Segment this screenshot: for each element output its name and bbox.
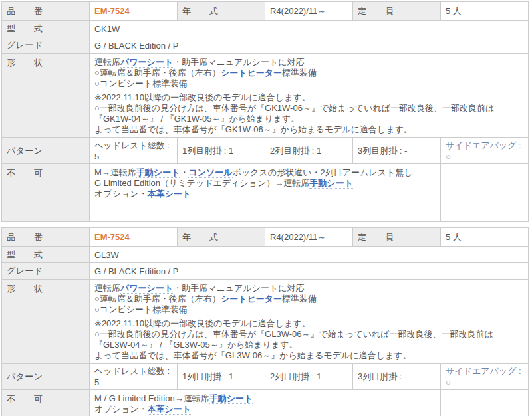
pattern-armrest-row1: 1列目肘掛 : 1 <box>178 364 265 390</box>
part-number-text: EM-7524 <box>94 232 130 242</box>
pattern-armrest-row1: 1列目肘掛 : 1 <box>178 138 265 164</box>
label-year: 年 式 <box>178 228 265 247</box>
pattern-armrest-row3: 3列目肘掛 : - <box>353 138 441 164</box>
text-line: 運転席パワーシート・助手席マニュアルシートに対応 <box>94 57 523 68</box>
not-applicable-empty-cell <box>441 164 529 222</box>
term-link[interactable]: 本革シート <box>148 404 192 415</box>
text-line: ○運転席＆助手席・後席（左右）シートヒーター標準装備 <box>94 68 523 78</box>
row-header: 品 番 EM-7524 年 式 R4(2022)/11～ 定 員 5 人 <box>2 228 529 247</box>
term-link[interactable]: パワーシート <box>120 57 173 68</box>
label-grade-text: グレード <box>7 265 43 277</box>
side-airbag-link[interactable]: サイドエアバッグ : ○ <box>446 140 521 161</box>
text-line: ○コンビシート標準装備 <box>94 304 523 315</box>
term-link[interactable]: コンソール <box>188 167 232 178</box>
row-pattern: パターン ヘッドレスト総数 : 5 1列目肘掛 : 1 2列目肘掛 : 1 3列… <box>2 364 529 390</box>
label-grade-text: グレード <box>7 39 43 51</box>
text-line: ※2022.11.10以降の一部改良後のモデルに適合します。 <box>94 92 523 103</box>
label-part-number: 品 番 <box>2 228 90 247</box>
term-link[interactable]: シートヒーター <box>221 68 282 78</box>
row-not-applicable: 不 可 M→運転席手動シート・コンソールボックスの形状違い・2列目アームレスト無… <box>2 164 529 222</box>
label-shape-text: 形 状 <box>7 283 43 295</box>
term-link[interactable]: 手動シート <box>209 393 253 404</box>
label-grade: グレード <box>2 263 90 280</box>
term-link[interactable]: 手動シート <box>309 178 353 189</box>
label-not-applicable-text: 不 可 <box>7 167 43 179</box>
text-line: ○コンビシート標準装備 <box>94 78 523 89</box>
text-line: M / G Limited Edition→運転席手動シート <box>94 393 436 404</box>
label-capacity-text: 定 員 <box>358 231 394 243</box>
not-applicable-empty-cell <box>441 390 529 416</box>
text-line: オプション・本革シート <box>94 189 436 199</box>
value-grade: G / BLACK Edition / P <box>90 37 529 54</box>
label-not-applicable-text: 不 可 <box>7 393 43 405</box>
label-part-number-text: 品 番 <box>7 231 43 243</box>
term-link[interactable]: 本革シート <box>148 189 192 199</box>
row-pattern: パターン ヘッドレスト総数 : 5 1列目肘掛 : 1 2列目肘掛 : 1 3列… <box>2 138 529 164</box>
text-line: ※2022.11.10以降の一部改良後のモデルに適合します。 <box>94 318 523 329</box>
label-pattern: パターン <box>2 138 90 164</box>
label-capacity: 定 員 <box>353 2 441 21</box>
pattern-side-airbag: サイドエアバッグ : ○ <box>441 138 529 164</box>
value-capacity: 5 人 <box>441 228 529 247</box>
value-model: GK1W <box>90 21 529 37</box>
text-line: M→運転席手動シート・コンソールボックスの形状違い・2列目アームレスト無し <box>94 167 436 178</box>
value-part-number: EM-7524 <box>90 2 178 21</box>
label-part-number: 品 番 <box>2 2 90 21</box>
text-line: ○運転席＆助手席・後席（左右）シートヒーター標準装備 <box>94 294 523 304</box>
not-applicable-notes: M / G Limited Edition→運転席手動シートオプション・本革シー… <box>90 390 441 416</box>
label-pattern-text: パターン <box>7 145 43 157</box>
row-shape: 形 状 運転席パワーシート・助手席マニュアルシートに対応○運転席＆助手席・後席（… <box>2 280 529 364</box>
value-grade: G / BLACK Edition / P <box>90 263 529 280</box>
shape-notes: 運転席パワーシート・助手席マニュアルシートに対応○運転席＆助手席・後席（左右）シ… <box>90 280 529 364</box>
label-not-applicable: 不 可 <box>2 164 90 222</box>
row-model: 型 式 GL3W <box>2 247 529 263</box>
label-year-text: 年 式 <box>182 231 218 243</box>
label-pattern: パターン <box>2 364 90 390</box>
label-model: 型 式 <box>2 21 90 37</box>
value-model: GL3W <box>90 247 529 263</box>
pattern-headrest: ヘッドレスト総数 : 5 <box>90 138 178 164</box>
label-year: 年 式 <box>178 2 265 21</box>
row-grade: グレード G / BLACK Edition / P <box>2 263 529 280</box>
row-not-applicable: 不 可 M / G Limited Edition→運転席手動シートオプション・… <box>2 390 529 416</box>
label-capacity-text: 定 員 <box>358 5 394 17</box>
row-model: 型 式 GK1W <box>2 21 529 37</box>
text-line: G Limited Edition（リミテッドエディション）→運転席手動シート <box>94 178 436 189</box>
label-grade: グレード <box>2 37 90 54</box>
text-line: ○一部改良前後の見分け方は、車体番号が『GK1W-06～』で始まっていれば一部改… <box>94 103 523 124</box>
shape-notes: 運転席パワーシート・助手席マニュアルシートに対応○運転席＆助手席・後席（左右）シ… <box>90 54 529 138</box>
pattern-side-airbag: サイドエアバッグ : ○ <box>441 364 529 390</box>
pattern-headrest: ヘッドレスト総数 : 5 <box>90 364 178 390</box>
label-model-text: 型 式 <box>7 23 43 35</box>
pattern-armrest-row3: 3列目肘掛 : - <box>353 364 441 390</box>
label-not-applicable: 不 可 <box>2 390 90 416</box>
text-line: よって当品番では、車体番号が『GL3W-06～』から始まるモデルに適合します。 <box>94 350 523 361</box>
label-year-text: 年 式 <box>182 5 218 17</box>
label-model: 型 式 <box>2 247 90 263</box>
term-link[interactable]: パワーシート <box>120 283 173 294</box>
label-part-number-text: 品 番 <box>7 5 43 17</box>
spec-table-1: 品 番 EM-7524 年 式 R4(2022)/11～ 定 員 5 人 型 式… <box>1 1 529 222</box>
row-shape: 形 状 運転席パワーシート・助手席マニュアルシートに対応○運転席＆助手席・後席（… <box>2 54 529 138</box>
label-shape: 形 状 <box>2 280 90 364</box>
value-part-number: EM-7524 <box>90 228 178 247</box>
row-grade: グレード G / BLACK Edition / P <box>2 37 529 54</box>
text-line: ○一部改良前後の見分け方は、車体番号が『GL3W-06～』で始まっていれば一部改… <box>94 329 523 350</box>
value-capacity: 5 人 <box>441 2 529 21</box>
label-pattern-text: パターン <box>7 371 43 383</box>
side-airbag-link[interactable]: サイドエアバッグ : ○ <box>446 366 521 387</box>
pattern-armrest-row2: 2列目肘掛 : 1 <box>265 138 353 164</box>
label-shape: 形 状 <box>2 54 90 138</box>
text-line: オプション・本革シート <box>94 404 436 415</box>
label-model-text: 型 式 <box>7 249 43 260</box>
not-applicable-notes: M→運転席手動シート・コンソールボックスの形状違い・2列目アームレスト無しG L… <box>90 164 441 222</box>
text-line: よって当品番では、車体番号が『GK1W-06～』から始まるモデルに適合します。 <box>94 124 523 135</box>
value-year: R4(2022)/11～ <box>265 2 353 21</box>
label-shape-text: 形 状 <box>7 57 43 69</box>
text-line: 運転席パワーシート・助手席マニュアルシートに対応 <box>94 283 523 294</box>
value-year: R4(2022)/11～ <box>265 228 353 247</box>
part-number-text: EM-7524 <box>94 6 130 16</box>
term-link[interactable]: 手動シート <box>136 167 180 178</box>
spec-table-2: 品 番 EM-7524 年 式 R4(2022)/11～ 定 員 5 人 型 式… <box>1 227 529 416</box>
term-link[interactable]: シートヒーター <box>221 294 282 304</box>
